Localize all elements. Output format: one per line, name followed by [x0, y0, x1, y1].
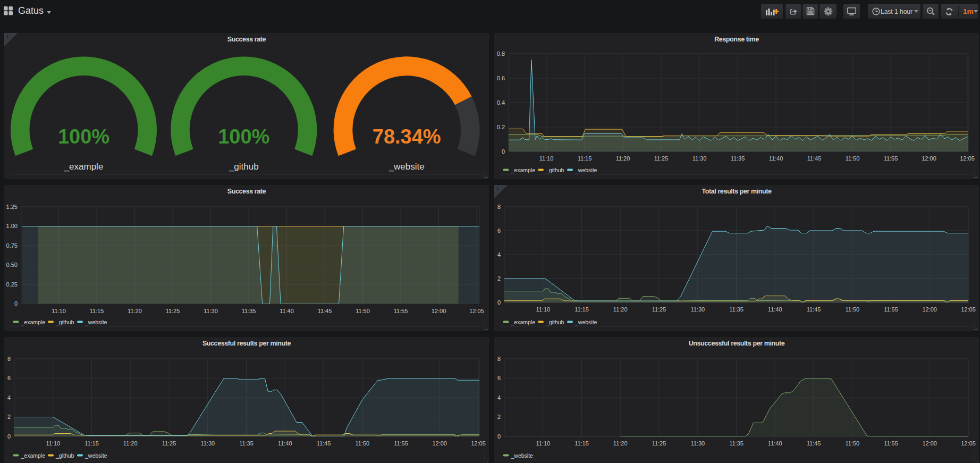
svg-text:11:10: 11:10	[46, 440, 60, 447]
svg-text:_example: _example	[511, 319, 536, 325]
svg-text:11:50: 11:50	[845, 306, 859, 313]
svg-text:11:55: 11:55	[884, 306, 898, 313]
svg-text:11:35: 11:35	[242, 308, 256, 314]
svg-text:12:05: 12:05	[960, 155, 975, 162]
svg-text:11:30: 11:30	[200, 440, 215, 447]
svg-text:11:25: 11:25	[652, 306, 666, 313]
svg-text:_website: _website	[511, 452, 534, 459]
svg-text:8: 8	[497, 204, 501, 210]
svg-text:11:35: 11:35	[729, 440, 744, 447]
svg-text:11:10: 11:10	[539, 155, 554, 162]
svg-text:12:00: 12:00	[922, 440, 937, 447]
svg-text:_example: _example	[511, 167, 536, 173]
svg-text:_example: _example	[64, 162, 104, 172]
svg-text:_github: _github	[55, 452, 74, 459]
svg-text:_github: _github	[545, 319, 564, 325]
svg-text:11:50: 11:50	[355, 440, 369, 447]
svg-text:2: 2	[497, 275, 501, 282]
svg-text:11:20: 11:20	[613, 440, 628, 447]
svg-text:_github: _github	[229, 162, 259, 172]
svg-text:12:05: 12:05	[471, 440, 486, 447]
svg-text:11:25: 11:25	[654, 155, 669, 162]
svg-text:11:55: 11:55	[884, 155, 898, 162]
svg-text:0: 0	[497, 433, 501, 440]
svg-text:11:55: 11:55	[394, 308, 408, 314]
svg-text:8: 8	[7, 356, 11, 362]
svg-text:11:45: 11:45	[807, 306, 821, 313]
svg-text:11:10: 11:10	[536, 306, 550, 313]
svg-text:11:40: 11:40	[769, 155, 783, 162]
svg-text:11:40: 11:40	[768, 306, 782, 313]
svg-text:11:25: 11:25	[162, 440, 176, 447]
svg-text:_website: _website	[575, 319, 597, 325]
svg-text:_website: _website	[575, 167, 597, 173]
svg-text:11:30: 11:30	[692, 155, 707, 162]
svg-text:11:15: 11:15	[575, 306, 589, 313]
svg-text:11:10: 11:10	[52, 308, 66, 314]
svg-text:11:40: 11:40	[280, 308, 294, 314]
svg-text:11:25: 11:25	[166, 308, 180, 314]
svg-text:0.2: 0.2	[497, 124, 505, 130]
svg-text:_github: _github	[545, 167, 564, 173]
svg-text:100%: 100%	[58, 125, 109, 148]
svg-text:11:30: 11:30	[690, 306, 705, 313]
svg-text:0: 0	[7, 433, 11, 440]
svg-text:12:00: 12:00	[432, 440, 447, 447]
svg-text:11:30: 11:30	[204, 308, 218, 314]
svg-text:11:40: 11:40	[768, 440, 782, 447]
svg-text:_example: _example	[21, 452, 46, 459]
svg-text:2: 2	[7, 414, 11, 420]
svg-text:12:00: 12:00	[922, 306, 937, 313]
svg-text:100%: 100%	[218, 125, 269, 148]
svg-text:11:35: 11:35	[239, 440, 254, 447]
svg-text:0.4: 0.4	[497, 99, 505, 106]
svg-text:0: 0	[497, 299, 501, 306]
svg-text:78.34%: 78.34%	[373, 125, 441, 148]
svg-text:11:15: 11:15	[85, 440, 99, 447]
svg-text:0: 0	[502, 148, 505, 155]
svg-text:_website: _website	[85, 319, 107, 325]
svg-text:11:55: 11:55	[884, 440, 898, 447]
svg-text:12:05: 12:05	[961, 306, 976, 313]
svg-text:11:25: 11:25	[652, 440, 666, 447]
svg-text:11:15: 11:15	[90, 308, 104, 314]
svg-text:11:15: 11:15	[578, 155, 592, 162]
svg-text:2: 2	[497, 414, 501, 420]
svg-text:1.00: 1.00	[6, 223, 18, 229]
svg-text:_website: _website	[85, 452, 107, 459]
svg-text:11:40: 11:40	[278, 440, 292, 447]
svg-text:11:20: 11:20	[128, 308, 142, 314]
svg-text:0.50: 0.50	[6, 262, 18, 268]
svg-text:11:45: 11:45	[317, 440, 331, 447]
svg-text:11:10: 11:10	[536, 440, 550, 447]
svg-text:6: 6	[497, 375, 501, 381]
svg-text:_example: _example	[21, 319, 46, 325]
svg-text:_github: _github	[55, 319, 74, 325]
svg-text:6: 6	[497, 228, 501, 234]
svg-text:4: 4	[497, 251, 501, 258]
svg-text:0.6: 0.6	[497, 75, 505, 81]
svg-text:11:30: 11:30	[690, 440, 705, 447]
svg-text:1.25: 1.25	[6, 204, 18, 210]
svg-text:0.25: 0.25	[6, 281, 18, 288]
svg-text:11:45: 11:45	[807, 440, 821, 447]
svg-text:11:50: 11:50	[846, 155, 860, 162]
svg-text:11:45: 11:45	[318, 308, 332, 314]
svg-text:11:35: 11:35	[731, 155, 745, 162]
svg-text:12:05: 12:05	[469, 308, 484, 314]
svg-text:11:35: 11:35	[729, 306, 744, 313]
svg-text:4: 4	[7, 394, 11, 401]
svg-text:0.75: 0.75	[6, 242, 18, 249]
svg-text:6: 6	[7, 375, 11, 381]
svg-text:8: 8	[497, 356, 501, 362]
svg-text:11:45: 11:45	[807, 155, 822, 162]
svg-text:_website: _website	[388, 162, 425, 172]
svg-text:11:20: 11:20	[616, 155, 630, 162]
svg-text:11:15: 11:15	[575, 440, 589, 447]
svg-text:11:50: 11:50	[356, 308, 370, 314]
svg-text:0: 0	[14, 300, 18, 307]
svg-text:11:55: 11:55	[394, 440, 408, 447]
svg-text:11:20: 11:20	[123, 440, 138, 447]
svg-text:12:00: 12:00	[432, 308, 446, 314]
svg-text:11:20: 11:20	[613, 306, 628, 313]
